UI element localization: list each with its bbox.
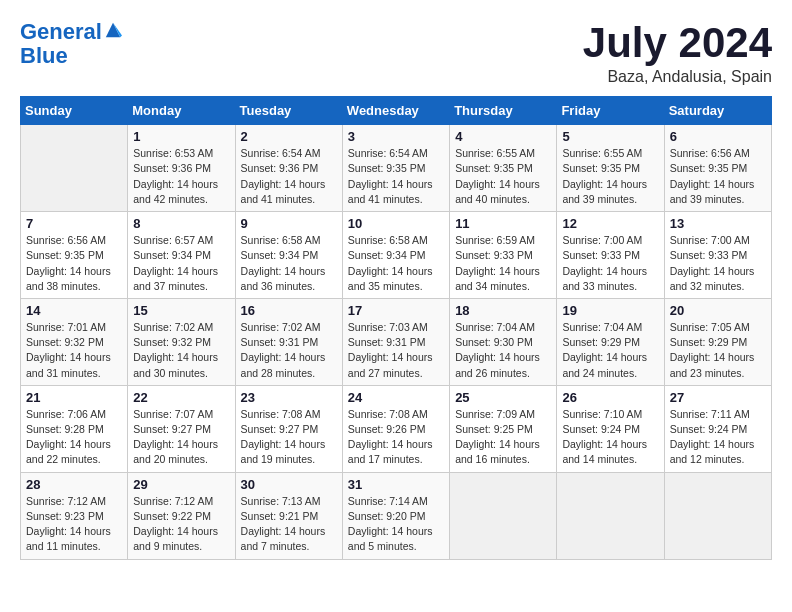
day-number: 20	[670, 303, 766, 318]
day-info: Sunrise: 7:00 AMSunset: 9:33 PMDaylight:…	[562, 233, 658, 294]
calendar-cell: 24Sunrise: 7:08 AMSunset: 9:26 PMDayligh…	[342, 385, 449, 472]
day-number: 30	[241, 477, 337, 492]
calendar-cell: 10Sunrise: 6:58 AMSunset: 9:34 PMDayligh…	[342, 212, 449, 299]
calendar-cell: 1Sunrise: 6:53 AMSunset: 9:36 PMDaylight…	[128, 125, 235, 212]
day-info: Sunrise: 7:01 AMSunset: 9:32 PMDaylight:…	[26, 320, 122, 381]
calendar-cell: 11Sunrise: 6:59 AMSunset: 9:33 PMDayligh…	[450, 212, 557, 299]
day-info: Sunrise: 7:00 AMSunset: 9:33 PMDaylight:…	[670, 233, 766, 294]
day-info: Sunrise: 7:03 AMSunset: 9:31 PMDaylight:…	[348, 320, 444, 381]
day-number: 25	[455, 390, 551, 405]
day-number: 29	[133, 477, 229, 492]
calendar-cell	[557, 472, 664, 559]
day-number: 12	[562, 216, 658, 231]
calendar-header: SundayMondayTuesdayWednesdayThursdayFrid…	[21, 97, 772, 125]
day-number: 5	[562, 129, 658, 144]
calendar-cell: 15Sunrise: 7:02 AMSunset: 9:32 PMDayligh…	[128, 298, 235, 385]
day-info: Sunrise: 7:14 AMSunset: 9:20 PMDaylight:…	[348, 494, 444, 555]
calendar-cell: 19Sunrise: 7:04 AMSunset: 9:29 PMDayligh…	[557, 298, 664, 385]
weekday-header-tuesday: Tuesday	[235, 97, 342, 125]
day-info: Sunrise: 6:58 AMSunset: 9:34 PMDaylight:…	[241, 233, 337, 294]
day-number: 16	[241, 303, 337, 318]
day-info: Sunrise: 6:59 AMSunset: 9:33 PMDaylight:…	[455, 233, 551, 294]
day-info: Sunrise: 6:58 AMSunset: 9:34 PMDaylight:…	[348, 233, 444, 294]
day-number: 4	[455, 129, 551, 144]
logo-line2: Blue	[20, 43, 68, 68]
day-number: 24	[348, 390, 444, 405]
calendar-cell: 2Sunrise: 6:54 AMSunset: 9:36 PMDaylight…	[235, 125, 342, 212]
day-number: 31	[348, 477, 444, 492]
day-number: 22	[133, 390, 229, 405]
weekday-header-monday: Monday	[128, 97, 235, 125]
weekday-header-row: SundayMondayTuesdayWednesdayThursdayFrid…	[21, 97, 772, 125]
calendar-cell: 5Sunrise: 6:55 AMSunset: 9:35 PMDaylight…	[557, 125, 664, 212]
main-title: July 2024	[583, 20, 772, 66]
day-number: 19	[562, 303, 658, 318]
calendar-cell: 3Sunrise: 6:54 AMSunset: 9:35 PMDaylight…	[342, 125, 449, 212]
title-area: July 2024 Baza, Andalusia, Spain	[583, 20, 772, 86]
weekday-header-friday: Friday	[557, 97, 664, 125]
day-number: 27	[670, 390, 766, 405]
calendar-week-5: 28Sunrise: 7:12 AMSunset: 9:23 PMDayligh…	[21, 472, 772, 559]
day-info: Sunrise: 6:53 AMSunset: 9:36 PMDaylight:…	[133, 146, 229, 207]
calendar-cell	[450, 472, 557, 559]
calendar-week-3: 14Sunrise: 7:01 AMSunset: 9:32 PMDayligh…	[21, 298, 772, 385]
calendar-cell: 18Sunrise: 7:04 AMSunset: 9:30 PMDayligh…	[450, 298, 557, 385]
calendar-cell: 30Sunrise: 7:13 AMSunset: 9:21 PMDayligh…	[235, 472, 342, 559]
day-info: Sunrise: 7:12 AMSunset: 9:22 PMDaylight:…	[133, 494, 229, 555]
day-number: 14	[26, 303, 122, 318]
day-number: 6	[670, 129, 766, 144]
calendar-cell: 12Sunrise: 7:00 AMSunset: 9:33 PMDayligh…	[557, 212, 664, 299]
weekday-header-saturday: Saturday	[664, 97, 771, 125]
calendar-table: SundayMondayTuesdayWednesdayThursdayFrid…	[20, 96, 772, 559]
day-number: 10	[348, 216, 444, 231]
day-info: Sunrise: 7:07 AMSunset: 9:27 PMDaylight:…	[133, 407, 229, 468]
day-info: Sunrise: 6:57 AMSunset: 9:34 PMDaylight:…	[133, 233, 229, 294]
weekday-header-thursday: Thursday	[450, 97, 557, 125]
weekday-header-sunday: Sunday	[21, 97, 128, 125]
day-number: 15	[133, 303, 229, 318]
calendar-cell: 28Sunrise: 7:12 AMSunset: 9:23 PMDayligh…	[21, 472, 128, 559]
day-info: Sunrise: 7:05 AMSunset: 9:29 PMDaylight:…	[670, 320, 766, 381]
day-number: 2	[241, 129, 337, 144]
calendar-cell: 4Sunrise: 6:55 AMSunset: 9:35 PMDaylight…	[450, 125, 557, 212]
day-info: Sunrise: 7:08 AMSunset: 9:27 PMDaylight:…	[241, 407, 337, 468]
day-number: 21	[26, 390, 122, 405]
day-number: 28	[26, 477, 122, 492]
calendar-cell: 26Sunrise: 7:10 AMSunset: 9:24 PMDayligh…	[557, 385, 664, 472]
day-info: Sunrise: 7:02 AMSunset: 9:32 PMDaylight:…	[133, 320, 229, 381]
calendar-cell: 14Sunrise: 7:01 AMSunset: 9:32 PMDayligh…	[21, 298, 128, 385]
day-number: 8	[133, 216, 229, 231]
calendar-cell: 23Sunrise: 7:08 AMSunset: 9:27 PMDayligh…	[235, 385, 342, 472]
calendar-cell: 31Sunrise: 7:14 AMSunset: 9:20 PMDayligh…	[342, 472, 449, 559]
day-info: Sunrise: 7:04 AMSunset: 9:30 PMDaylight:…	[455, 320, 551, 381]
calendar-cell: 17Sunrise: 7:03 AMSunset: 9:31 PMDayligh…	[342, 298, 449, 385]
day-number: 3	[348, 129, 444, 144]
day-number: 7	[26, 216, 122, 231]
calendar-cell: 9Sunrise: 6:58 AMSunset: 9:34 PMDaylight…	[235, 212, 342, 299]
day-info: Sunrise: 7:08 AMSunset: 9:26 PMDaylight:…	[348, 407, 444, 468]
day-info: Sunrise: 7:09 AMSunset: 9:25 PMDaylight:…	[455, 407, 551, 468]
day-info: Sunrise: 7:11 AMSunset: 9:24 PMDaylight:…	[670, 407, 766, 468]
calendar-cell: 16Sunrise: 7:02 AMSunset: 9:31 PMDayligh…	[235, 298, 342, 385]
day-info: Sunrise: 7:02 AMSunset: 9:31 PMDaylight:…	[241, 320, 337, 381]
calendar-cell: 8Sunrise: 6:57 AMSunset: 9:34 PMDaylight…	[128, 212, 235, 299]
day-info: Sunrise: 6:55 AMSunset: 9:35 PMDaylight:…	[455, 146, 551, 207]
day-info: Sunrise: 7:06 AMSunset: 9:28 PMDaylight:…	[26, 407, 122, 468]
subtitle: Baza, Andalusia, Spain	[583, 68, 772, 86]
day-number: 23	[241, 390, 337, 405]
calendar-week-1: 1Sunrise: 6:53 AMSunset: 9:36 PMDaylight…	[21, 125, 772, 212]
day-info: Sunrise: 6:56 AMSunset: 9:35 PMDaylight:…	[670, 146, 766, 207]
day-info: Sunrise: 7:04 AMSunset: 9:29 PMDaylight:…	[562, 320, 658, 381]
calendar-cell	[664, 472, 771, 559]
day-number: 26	[562, 390, 658, 405]
logo: General Blue	[20, 20, 122, 68]
calendar-cell: 22Sunrise: 7:07 AMSunset: 9:27 PMDayligh…	[128, 385, 235, 472]
calendar-week-4: 21Sunrise: 7:06 AMSunset: 9:28 PMDayligh…	[21, 385, 772, 472]
day-info: Sunrise: 7:12 AMSunset: 9:23 PMDaylight:…	[26, 494, 122, 555]
day-info: Sunrise: 7:13 AMSunset: 9:21 PMDaylight:…	[241, 494, 337, 555]
day-number: 11	[455, 216, 551, 231]
logo-icon	[104, 21, 122, 39]
weekday-header-wednesday: Wednesday	[342, 97, 449, 125]
calendar-cell: 20Sunrise: 7:05 AMSunset: 9:29 PMDayligh…	[664, 298, 771, 385]
day-info: Sunrise: 6:54 AMSunset: 9:36 PMDaylight:…	[241, 146, 337, 207]
